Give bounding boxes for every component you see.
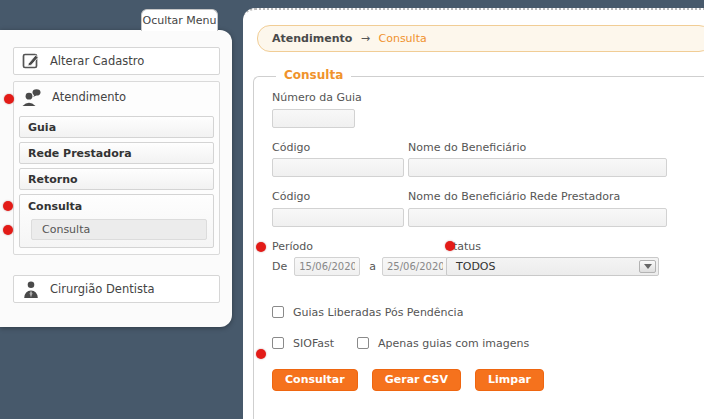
sidebar-item-consulta[interactable]: Consulta	[20, 195, 213, 217]
status-select[interactable]: TODOS	[446, 257, 659, 276]
numero-guia-label: Número da Guia	[272, 91, 704, 104]
sidebar-subitem-consulta[interactable]: Consulta	[31, 219, 207, 240]
breadcrumb-parent: Atendimento	[272, 32, 352, 45]
annotation-dot-consulta	[3, 201, 13, 211]
person-speech-bubble-icon	[21, 88, 42, 107]
nome-beneficiario-field: Nome do Beneficiário	[408, 141, 667, 178]
periodo-a-label: a	[369, 260, 376, 273]
consulta-fieldset: Consulta Número da Guia Código Nome do B…	[253, 76, 704, 419]
sidebar-item-label: Cirurgião Dentista	[50, 282, 154, 296]
codigo-rede-field: Código	[272, 190, 408, 227]
periodo-field: Período De a	[272, 240, 446, 276]
guias-liberadas-checkbox-row: Guias Liberadas Pós Pendência	[272, 306, 704, 319]
breadcrumb: Atendimento → Consulta	[257, 25, 704, 52]
edit-square-icon	[22, 52, 40, 70]
apenas-imagens-checkbox[interactable]	[357, 337, 369, 349]
gerar-csv-button[interactable]: Gerar CSV	[372, 369, 461, 391]
sidebar-item-rede-prestadora[interactable]: Rede Prestadora	[19, 142, 214, 164]
codigo-label: Código	[272, 141, 408, 154]
sidebar-item-guia[interactable]: Guia	[19, 116, 214, 138]
status-field: Status TODOS	[446, 240, 659, 276]
sidebar-section-atendimento: Atendimento Guia Rede Prestadora Retorno…	[13, 81, 220, 255]
nome-beneficiario-rede-label: Nome do Beneficiário Rede Prestadora	[408, 190, 667, 203]
periodo-de-label: De	[272, 260, 287, 273]
breadcrumb-arrow-icon: →	[361, 32, 370, 45]
annotation-dot-consulta-sub	[3, 225, 13, 235]
annotation-dot-periodo-de	[256, 242, 266, 252]
sidebar-item-label: Alterar Cadastro	[50, 54, 144, 68]
nome-beneficiario-rede-input[interactable]	[408, 208, 667, 227]
date-from-input[interactable]	[294, 257, 360, 276]
annotation-dot-consultar	[256, 349, 266, 359]
periodo-label: Período	[272, 240, 446, 253]
siofast-checkbox-row: SIOFast Apenas guias com imagens	[272, 337, 704, 350]
siofast-label: SIOFast	[293, 337, 334, 350]
codigo-rede-input[interactable]	[272, 208, 404, 227]
app-screen: Ocultar Menu Alterar Cadastro	[0, 0, 704, 419]
codigo-input[interactable]	[272, 158, 404, 177]
form-actions: Consultar Gerar CSV Limpar	[272, 369, 704, 391]
siofast-checkbox[interactable]	[272, 337, 284, 349]
numero-guia-field: Número da Guia	[272, 91, 704, 128]
limpar-button[interactable]: Limpar	[475, 369, 544, 391]
numero-guia-input[interactable]	[272, 109, 355, 128]
sidebar: Alterar Cadastro Atendimento Guia Rede P…	[0, 30, 232, 327]
nome-beneficiario-input[interactable]	[408, 158, 667, 177]
sidebar-group-consulta: Consulta Consulta	[19, 194, 214, 248]
nome-beneficiario-rede-field: Nome do Beneficiário Rede Prestadora	[408, 190, 667, 227]
annotation-dot-atendimento	[4, 94, 14, 104]
annotation-dot-status-todos	[445, 241, 455, 251]
status-selected-value: TODOS	[456, 260, 496, 273]
status-label: Status	[446, 240, 659, 253]
main-content: Atendimento → Consulta Consulta Número d…	[243, 8, 704, 419]
guias-liberadas-checkbox[interactable]	[272, 306, 284, 318]
caret-down-icon	[644, 264, 652, 269]
guias-liberadas-label: Guias Liberadas Pós Pendência	[293, 306, 463, 319]
sidebar-item-alterar-cadastro[interactable]: Alterar Cadastro	[13, 47, 220, 75]
fieldset-legend: Consulta	[276, 68, 351, 82]
date-to-input[interactable]	[382, 257, 448, 276]
sidebar-item-cirurgiao-dentista[interactable]: Cirurgião Dentista	[13, 275, 220, 303]
apenas-imagens-label: Apenas guias com imagens	[378, 337, 529, 350]
sidebar-item-atendimento[interactable]: Atendimento	[19, 82, 214, 112]
nome-beneficiario-label: Nome do Beneficiário	[408, 141, 667, 154]
consultar-button[interactable]: Consultar	[272, 369, 358, 391]
sidebar-item-retorno[interactable]: Retorno	[19, 168, 214, 190]
select-arrow-button[interactable]	[639, 260, 656, 273]
ocultar-menu-tab[interactable]: Ocultar Menu	[141, 9, 218, 31]
codigo-rede-label: Código	[272, 190, 408, 203]
breadcrumb-current[interactable]: Consulta	[379, 32, 427, 45]
sidebar-item-label: Atendimento	[52, 90, 126, 104]
codigo-field: Código	[272, 141, 408, 178]
person-icon	[22, 280, 40, 299]
